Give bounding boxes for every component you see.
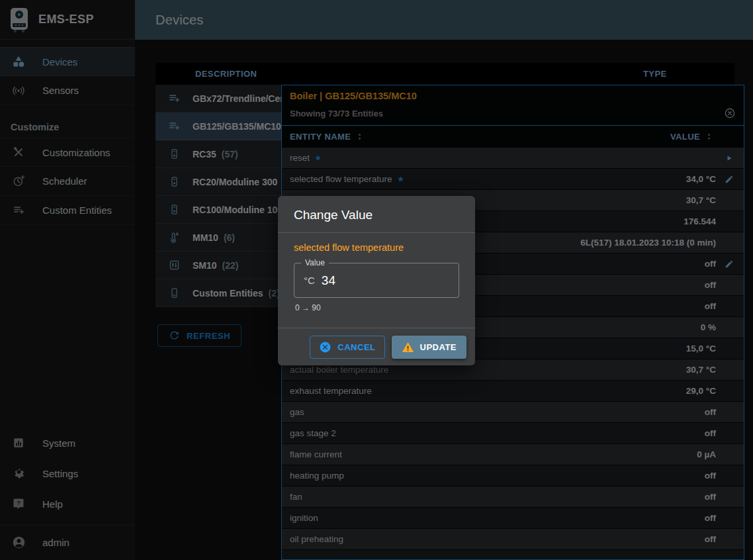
update-button[interactable]: UPDATE <box>392 336 466 359</box>
warning-icon <box>402 341 414 353</box>
cancel-icon <box>319 341 332 353</box>
value-input-label: Value <box>301 258 329 267</box>
value-input-text: 34 <box>322 273 335 288</box>
dialog-entity-label: selected flow temperature <box>294 242 459 253</box>
dialog-title: Change Value <box>278 196 475 233</box>
dialog-content: selected flow temperature Value °C 34 0 … <box>278 233 475 312</box>
cancel-button[interactable]: CANCEL <box>310 336 384 359</box>
value-range-helper: 0 → 90 <box>295 303 459 312</box>
ems-esp-app: EMS-ESP Devices Sensors Customize Custom… <box>0 0 753 560</box>
change-value-dialog: Change Value selected flow temperature V… <box>278 196 475 365</box>
dialog-actions: CANCEL UPDATE <box>278 328 475 365</box>
value-input[interactable]: Value °C 34 <box>294 263 459 298</box>
unit-adornment: °C <box>304 275 315 286</box>
